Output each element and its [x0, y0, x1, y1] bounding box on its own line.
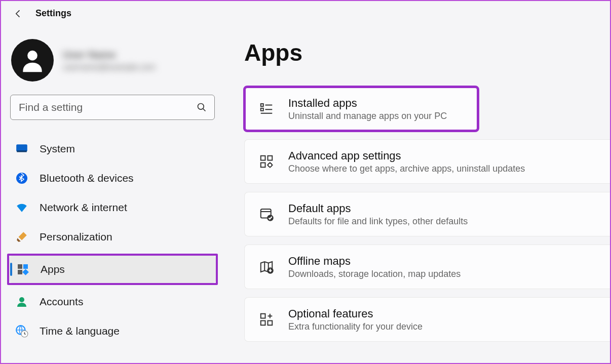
sidebar: User Name username@example.com System — [1, 24, 224, 360]
paintbrush-icon — [15, 230, 28, 244]
card-advanced-app-settings[interactable]: Advanced app settings Choose where to ge… — [244, 139, 610, 184]
svg-point-17 — [268, 163, 272, 167]
nav-item-network[interactable]: Network & internet — [8, 194, 217, 221]
svg-rect-23 — [268, 321, 273, 326]
globe-clock-icon — [15, 325, 28, 338]
search-input[interactable] — [10, 95, 215, 120]
svg-rect-22 — [261, 321, 265, 326]
nav-label: Personalization — [40, 231, 112, 243]
person-icon — [15, 295, 28, 308]
svg-point-0 — [27, 51, 37, 61]
nav-item-accounts[interactable]: Accounts — [8, 288, 217, 315]
nav-label: Apps — [41, 263, 65, 275]
card-subtitle: Downloads, storage location, map updates — [288, 269, 461, 279]
highlight-apps: Apps — [7, 254, 218, 285]
titlebar: Settings — [1, 1, 610, 24]
nav-item-personalization[interactable]: Personalization — [8, 223, 217, 251]
svg-rect-14 — [261, 156, 265, 160]
grid-gear-icon — [259, 154, 274, 169]
card-title: Installed apps — [288, 97, 447, 110]
card-subtitle: Extra functionality for your device — [288, 321, 423, 332]
nav-item-apps[interactable]: Apps — [9, 256, 216, 283]
grid-plus-icon — [259, 312, 274, 327]
card-subtitle: Choose where to get apps, archive apps, … — [288, 164, 525, 174]
avatar-icon — [11, 39, 54, 82]
svg-rect-7 — [18, 270, 22, 274]
map-download-icon — [259, 259, 274, 274]
window-check-icon — [259, 207, 274, 222]
wifi-icon — [15, 201, 28, 214]
nav-label: Bluetooth & devices — [40, 172, 134, 184]
apps-icon — [16, 263, 29, 276]
settings-cards: Installed apps Uninstall and manage apps… — [244, 87, 610, 342]
svg-rect-6 — [23, 264, 28, 269]
svg-rect-8 — [22, 269, 29, 275]
card-title: Default apps — [288, 202, 468, 215]
card-installed-apps[interactable]: Installed apps Uninstall and manage apps… — [244, 87, 478, 131]
card-default-apps[interactable]: Default apps Defaults for file and link … — [244, 192, 610, 236]
main-content: Apps Installed apps Uninstall and manage… — [224, 24, 610, 360]
svg-point-9 — [19, 297, 24, 302]
back-arrow-icon[interactable] — [13, 9, 23, 19]
list-icon — [259, 101, 274, 116]
nav-item-time-language[interactable]: Time & language — [8, 317, 217, 345]
svg-rect-13 — [261, 108, 263, 111]
monitor-icon — [15, 142, 28, 155]
card-optional-features[interactable]: Optional features Extra functionality fo… — [244, 297, 610, 342]
svg-point-1 — [198, 104, 204, 110]
svg-rect-3 — [17, 150, 27, 152]
nav-label: Network & internet — [40, 201, 127, 214]
user-profile[interactable]: User Name username@example.com — [8, 34, 217, 95]
svg-rect-5 — [18, 264, 22, 269]
svg-rect-15 — [268, 156, 273, 160]
nav-item-bluetooth[interactable]: Bluetooth & devices — [8, 165, 217, 192]
card-offline-maps[interactable]: Offline maps Downloads, storage location… — [244, 245, 610, 289]
page-title: Apps — [244, 39, 610, 66]
card-subtitle: Uninstall and manage apps on your PC — [288, 111, 447, 122]
svg-rect-12 — [261, 104, 263, 106]
svg-point-4 — [16, 173, 27, 184]
card-title: Offline maps — [288, 255, 461, 268]
card-title: Optional features — [288, 307, 423, 320]
card-subtitle: Defaults for file and link types, other … — [288, 216, 468, 227]
nav-item-system[interactable]: System — [8, 135, 217, 163]
nav-list: System Bluetooth & devices Network & int… — [8, 135, 217, 345]
search-icon — [197, 102, 207, 112]
search-wrap — [10, 95, 215, 120]
nav-label: System — [40, 143, 75, 155]
card-title: Advanced app settings — [288, 149, 525, 163]
bluetooth-icon — [15, 172, 28, 185]
user-text-blurred: User Name username@example.com — [63, 48, 156, 73]
nav-label: Time & language — [40, 325, 120, 337]
svg-rect-21 — [261, 314, 265, 318]
nav-label: Accounts — [40, 296, 83, 308]
svg-rect-16 — [261, 163, 265, 168]
app-title: Settings — [35, 8, 71, 19]
